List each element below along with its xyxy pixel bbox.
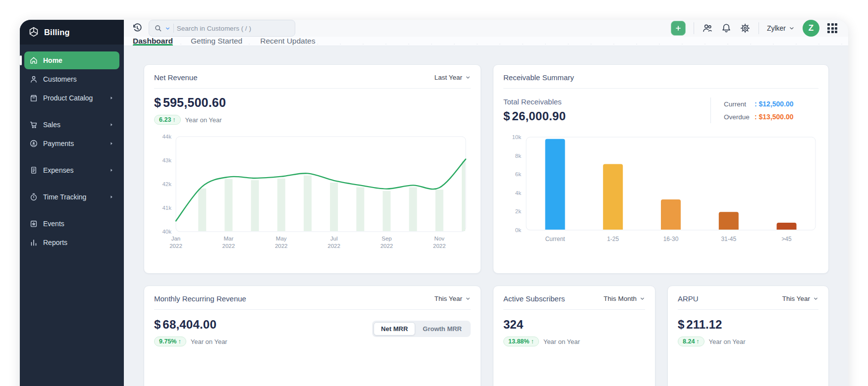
sidebar-item-label: Payments — [43, 140, 74, 147]
svg-text:Sep: Sep — [381, 236, 391, 241]
yoy-label: Year on Year — [543, 338, 580, 345]
tabstrip: DashboardGetting StartedRecent Updates — [124, 37, 848, 46]
global-search[interactable] — [149, 20, 295, 37]
chevron-right-icon — [108, 167, 114, 173]
chevron-down-icon — [640, 296, 645, 301]
up-arrow-icon: ↑ — [178, 338, 181, 345]
arpu-yoy-badge: 8.24↑ — [678, 337, 705, 346]
svg-text:2022: 2022 — [327, 243, 340, 249]
search-input[interactable] — [177, 25, 290, 32]
mrr-amount: $68,404.00 — [154, 318, 227, 332]
sidebar-item-label: Product Catalog — [43, 94, 93, 102]
search-scope-chevron-icon[interactable] — [165, 26, 170, 31]
mrr-kpi-block: $68,404.00 9.75%↑ Year on Year — [154, 318, 227, 346]
sidebar-item-time-tracking[interactable]: Time Tracking — [24, 188, 119, 206]
sidebar-item-expenses[interactable]: Expenses — [24, 161, 119, 179]
sales-icon — [29, 120, 38, 129]
svg-text:42k: 42k — [162, 181, 171, 187]
period-value: Last Year — [434, 74, 462, 81]
sidebar-item-home[interactable]: Home — [24, 51, 119, 69]
net-revenue-card: Net Revenue Last Year $595,500.60 — [144, 64, 481, 274]
svg-text:6k: 6k — [515, 171, 521, 177]
svg-text:44k: 44k — [162, 134, 171, 140]
users-icon[interactable] — [702, 23, 713, 34]
avatar[interactable]: Z — [803, 20, 819, 37]
overdue-receivables-value: : $13,500.00 — [755, 113, 794, 121]
tab-dashboard[interactable]: Dashboard — [133, 37, 173, 46]
svg-text:2022: 2022 — [380, 243, 393, 249]
svg-text:10k: 10k — [512, 134, 521, 140]
org-name: Zylker — [767, 24, 786, 32]
org-switcher[interactable]: Zylker — [767, 24, 795, 32]
row-top: Net Revenue Last Year $595,500.60 — [144, 64, 829, 274]
sidebar-item-label: Events — [43, 220, 64, 228]
billing-logo-icon — [28, 26, 40, 38]
net-revenue-yoy-badge: 6.23↑ — [154, 115, 181, 125]
total-receivables-label: Total Receivables — [503, 97, 566, 106]
svg-text:8k: 8k — [515, 153, 521, 159]
app-grid-icon[interactable] — [827, 23, 837, 33]
sidebar-item-product-catalog[interactable]: Product Catalog — [24, 89, 119, 107]
recent-history-icon[interactable] — [132, 23, 143, 34]
arpu-title: ARPU — [678, 294, 699, 303]
tab-getting-started[interactable]: Getting Started — [191, 37, 242, 46]
app-name: Billing — [44, 28, 70, 37]
svg-text:31-45: 31-45 — [721, 236, 736, 242]
svg-text:Mar: Mar — [223, 236, 233, 241]
chevron-right-icon — [108, 141, 114, 146]
yoy-label: Year on Year — [709, 338, 746, 345]
mrr-toggle-growth-mrr[interactable]: Growth MRR — [415, 322, 469, 336]
overdue-receivables-row: Overdue : $13,500.00 — [724, 113, 818, 121]
svg-text:0k: 0k — [515, 227, 521, 233]
active-subscribers-value: 324 — [503, 318, 645, 332]
svg-text:Jul: Jul — [330, 236, 338, 241]
sidebar-item-reports[interactable]: Reports — [24, 234, 119, 251]
svg-text:Nov: Nov — [434, 236, 445, 241]
tab-recent-updates[interactable]: Recent Updates — [260, 37, 315, 46]
yoy-label: Year on Year — [185, 116, 222, 124]
receivable-summary-card: Receivable Summary Total Receivables $26… — [493, 64, 829, 274]
current-receivables-value: : $12,500.00 — [755, 100, 794, 108]
active-subscribers-title: Active Subscribers — [503, 294, 565, 303]
notifications-bell-icon[interactable] — [721, 23, 732, 34]
receivables-legend: Current : $12,500.00 Overdue : $13,500.0… — [710, 97, 818, 123]
svg-text:2022: 2022 — [169, 243, 182, 249]
sidebar-item-customers[interactable]: Customers — [24, 70, 119, 88]
sidebar-item-sales[interactable]: Sales — [24, 116, 119, 134]
quick-create-button[interactable] — [671, 21, 686, 36]
chevron-down-icon — [813, 296, 818, 301]
chevron-right-icon — [108, 122, 114, 128]
chevron-right-icon — [108, 194, 114, 200]
sidebar-item-payments[interactable]: Payments — [24, 135, 119, 152]
sidebar-item-label: Time Tracking — [43, 193, 86, 201]
reports-icon — [29, 238, 38, 247]
arpu-card: ARPU This Year $211.12 — [667, 286, 829, 386]
total-receivables-value: $26,000.90 — [503, 109, 566, 123]
sidebar-item-label: Expenses — [43, 166, 73, 174]
settings-gear-icon[interactable] — [740, 23, 751, 34]
svg-text:2022: 2022 — [222, 243, 235, 249]
expenses-icon — [29, 166, 38, 175]
receivables-aging-chart: Current1-2516-3031-45>450k2k4k6k8k10k — [503, 131, 818, 252]
screen: Billing HomeCustomersProduct CatalogSale… — [0, 0, 868, 386]
sidebar-item-events[interactable]: Events — [24, 215, 119, 233]
arpu-period-select[interactable]: This Year — [782, 295, 818, 302]
mrr-period-select[interactable]: This Year — [434, 295, 471, 302]
svg-text:40k: 40k — [162, 229, 171, 235]
app-window: Billing HomeCustomersProduct CatalogSale… — [20, 20, 848, 386]
mrr-toggle-group: Net MRRGrowth MRR — [372, 321, 471, 337]
up-arrow-icon: ↑ — [172, 116, 175, 123]
net-revenue-period-select[interactable]: Last Year — [434, 74, 471, 81]
topbar-right-cluster: Zylker Z — [671, 20, 837, 37]
mrr-title: Monthly Recurring Revenue — [154, 294, 246, 303]
chevron-down-icon — [789, 25, 795, 31]
topbar-divider — [694, 22, 694, 34]
subscribers-period-select[interactable]: This Month — [603, 295, 645, 302]
sidebar-item-label: Sales — [43, 121, 60, 129]
period-value: This Month — [603, 295, 637, 302]
svg-text:16-30: 16-30 — [663, 236, 679, 242]
svg-text:>45: >45 — [781, 236, 792, 242]
mrr-toggle-net-mrr[interactable]: Net MRR — [374, 322, 415, 336]
svg-text:Jan: Jan — [171, 236, 181, 241]
subscribers-yoy-badge: 13.88%↑ — [503, 337, 539, 346]
